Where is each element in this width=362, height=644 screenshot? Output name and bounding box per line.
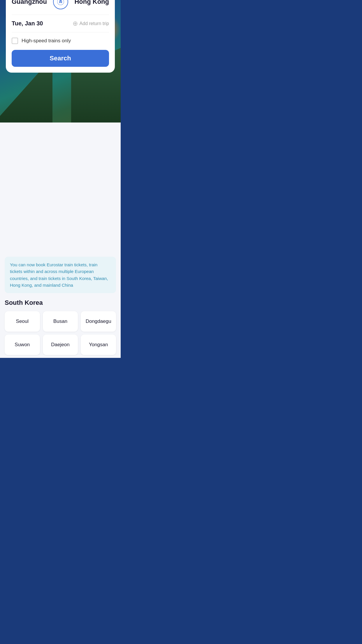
info-banner: You can now book Eurostar train tickets,…	[5, 257, 116, 293]
svg-point-5	[61, 2, 62, 3]
south-korea-section: South Korea Seoul Busan Dongdaegu Suwon …	[0, 299, 121, 358]
return-trip-label: Add return trip	[80, 21, 109, 26]
destination-city[interactable]: Hong Kong	[74, 0, 109, 6]
city-label-busan: Busan	[53, 318, 67, 324]
info-banner-text: You can now book Eurostar train tickets,…	[10, 261, 111, 288]
search-button[interactable]: Search	[12, 50, 109, 67]
south-korea-title: South Korea	[0, 299, 121, 311]
route-row: Guangzhou	[12, 0, 109, 15]
swap-cities-button[interactable]	[53, 0, 68, 9]
svg-rect-6	[60, 0, 61, 1]
origin-city[interactable]: Guangzhou	[12, 0, 47, 6]
city-card-seoul[interactable]: Seoul	[5, 311, 40, 332]
main-content: Trains. Guangzhou	[0, 123, 121, 358]
svg-rect-2	[60, 1, 61, 2]
city-label-yongsan: Yongsan	[89, 342, 108, 348]
south-korea-cities-row2: Suwon Daejeon Yongsan	[0, 335, 121, 358]
svg-rect-3	[61, 1, 62, 2]
search-card: Trains. Guangzhou	[6, 0, 115, 73]
plus-circle-icon: ⊕	[73, 20, 78, 27]
city-card-suwon[interactable]: Suwon	[5, 335, 40, 355]
city-label-seoul: Seoul	[16, 318, 29, 324]
date-row: Tue, Jan 30 ⊕ Add return trip	[12, 15, 109, 32]
search-button-label: Search	[50, 55, 71, 62]
city-card-daejeon[interactable]: Daejeon	[43, 335, 78, 355]
search-form: Guangzhou	[6, 0, 115, 73]
page-wrapper: Train Tickets for Europe and Asia. Train…	[0, 0, 121, 358]
swap-train-icon	[57, 0, 64, 6]
add-return-trip-button[interactable]: ⊕ Add return trip	[73, 20, 109, 27]
city-card-yongsan[interactable]: Yongsan	[81, 335, 116, 355]
svg-point-4	[59, 2, 60, 3]
city-card-dongdaegu[interactable]: Dongdaegu	[81, 311, 116, 332]
city-card-busan[interactable]: Busan	[43, 311, 78, 332]
options-row: High-speed trains only	[12, 32, 109, 50]
departure-date[interactable]: Tue, Jan 30	[12, 20, 43, 27]
high-speed-label: High-speed trains only	[22, 38, 71, 44]
city-label-daejeon: Daejeon	[51, 342, 69, 348]
city-label-dongdaegu: Dongdaegu	[86, 318, 111, 324]
south-korea-cities-row1: Seoul Busan Dongdaegu	[0, 311, 121, 335]
high-speed-checkbox[interactable]	[12, 38, 18, 44]
city-label-suwon: Suwon	[15, 342, 30, 348]
